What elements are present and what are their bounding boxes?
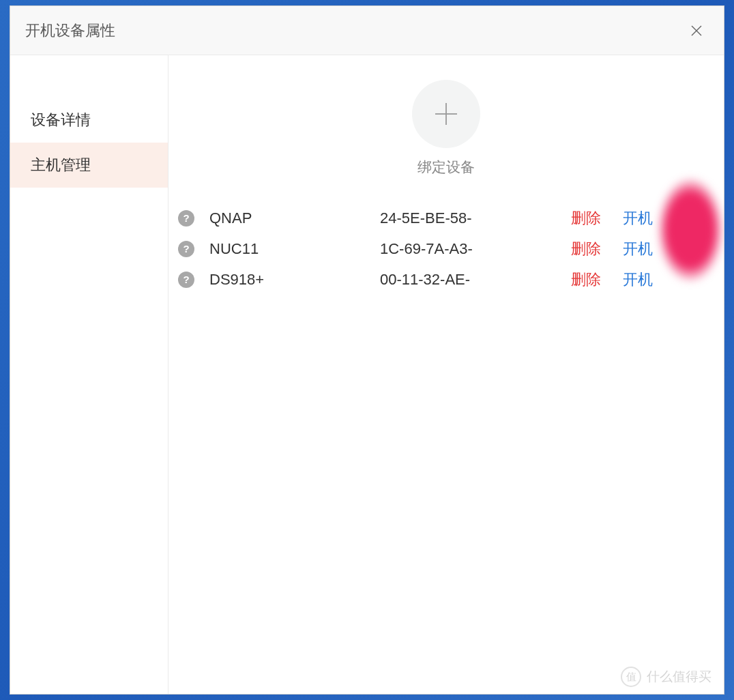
power-on-button[interactable]: 开机: [623, 269, 653, 290]
titlebar: 开机设备属性: [10, 6, 724, 55]
main-content: 绑定设备 ? QNAP 24-5E-BE-58- 删除 开机 ? NUC11 1…: [168, 55, 724, 694]
device-mac: 24-5E-BE-58-: [380, 209, 571, 227]
add-device-button[interactable]: [412, 80, 480, 148]
watermark-badge: 值: [621, 667, 641, 687]
dialog-window: 开机设备属性 设备详情 主机管理: [10, 5, 724, 695]
sidebar: 设备详情 主机管理: [10, 55, 168, 694]
sidebar-item-device-details[interactable]: 设备详情: [10, 98, 168, 143]
sidebar-item-label: 设备详情: [31, 110, 91, 130]
watermark: 值 什么值得买: [621, 667, 711, 687]
sidebar-item-label: 主机管理: [31, 155, 91, 175]
add-device-section: 绑定设备: [168, 80, 724, 177]
question-icon: ?: [178, 210, 194, 227]
watermark-text: 什么值得买: [647, 668, 711, 686]
delete-button[interactable]: 删除: [571, 269, 601, 290]
close-icon: [690, 24, 703, 38]
device-name: DS918+: [209, 271, 380, 289]
device-row: ? DS918+ 00-11-32-AE- 删除 开机: [171, 264, 721, 295]
body-area: 设备详情 主机管理 绑定设备 ?: [10, 55, 724, 694]
device-mac: 00-11-32-AE-: [380, 271, 571, 289]
device-row: ? QNAP 24-5E-BE-58- 删除 开机: [171, 203, 721, 233]
device-list: ? QNAP 24-5E-BE-58- 删除 开机 ? NUC11 1C-69-…: [168, 203, 724, 295]
delete-button[interactable]: 删除: [571, 239, 601, 259]
device-name: QNAP: [209, 209, 380, 227]
device-name: NUC11: [209, 240, 380, 258]
sidebar-item-host-management[interactable]: 主机管理: [10, 143, 168, 188]
question-icon: ?: [178, 272, 194, 288]
device-row: ? NUC11 1C-69-7A-A3- 删除 开机: [171, 233, 721, 264]
add-device-label: 绑定设备: [417, 158, 475, 177]
plus-icon: [431, 99, 461, 129]
power-on-button[interactable]: 开机: [623, 208, 653, 229]
delete-button[interactable]: 删除: [571, 208, 601, 229]
device-mac: 1C-69-7A-A3-: [380, 240, 571, 258]
close-button[interactable]: [686, 20, 707, 42]
question-icon: ?: [178, 241, 194, 257]
power-on-button[interactable]: 开机: [623, 239, 653, 259]
window-title: 开机设备属性: [25, 20, 115, 41]
